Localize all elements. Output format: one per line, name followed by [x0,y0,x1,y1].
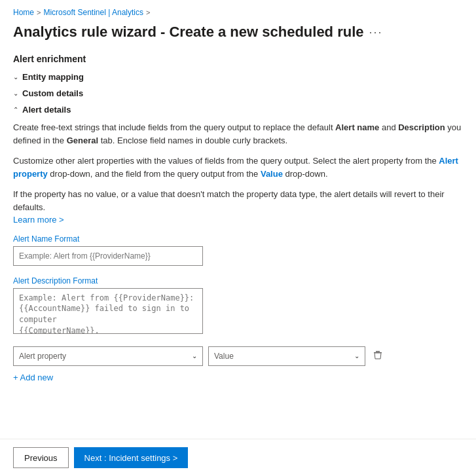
desc1-mid: and [379,122,398,132]
alert-details-desc2: Customize other alert properties with th… [13,155,463,180]
alert-name-input[interactable] [13,246,203,266]
desc1-bold2: Description [398,122,445,132]
custom-details-chevron-icon: ⌄ [13,90,18,97]
desc2-bold2: Value [261,169,283,179]
alert-desc-group: Alert Description Format [13,276,463,336]
add-new-label: + Add new [13,373,53,382]
previous-button[interactable]: Previous [13,447,69,468]
desc2-mid: drop-down, and the field from the query … [48,169,261,179]
alert-details-section: ⌃ Alert details Create free-text strings… [13,105,463,382]
page-title: Analytics rule wizard - Create a new sch… [0,21,476,54]
trash-icon [373,350,382,359]
breadcrumb-sentinel[interactable]: Microsoft Sentinel | Analytics [43,8,143,17]
alert-details-label: Alert details [22,105,71,115]
breadcrumb: Home > Microsoft Sentinel | Analytics > [0,0,476,21]
footer: Previous Next : Incident settings > [0,439,476,476]
alert-property-chevron-icon: ⌄ [192,352,197,359]
add-new-button[interactable]: + Add new [13,373,53,382]
page-title-dots[interactable]: ··· [369,26,383,39]
learn-more-link[interactable]: Learn more > [13,215,64,225]
breadcrumb-sep1: > [37,9,41,16]
entity-mapping-chevron-icon: ⌄ [13,73,18,81]
alert-desc-input[interactable] [13,288,203,334]
page-title-text: Analytics rule wizard - Create a new sch… [13,24,364,41]
alert-details-chevron-icon: ⌃ [13,106,18,113]
desc2-after: drop-down. [283,169,328,179]
desc1-bold1: Alert name [335,122,379,132]
desc2-before: Customize other alert properties with th… [13,156,439,166]
desc1-bold3: General [67,136,98,145]
alert-property-label: Alert property [19,352,66,361]
next-button[interactable]: Next : Incident settings > [74,447,189,468]
custom-details-label: Custom details [22,88,83,98]
value-label: Value [214,352,234,361]
alert-details-collapsible[interactable]: ⌃ Alert details [13,105,463,115]
entity-mapping-collapsible[interactable]: ⌄ Entity mapping [13,72,463,82]
alert-property-dropdown[interactable]: Alert property ⌄ [13,346,203,366]
delete-property-button[interactable] [371,349,385,363]
value-dropdown[interactable]: Value ⌄ [208,346,365,366]
alert-details-desc1: Create free-text strings that include fi… [13,121,463,147]
property-row: Alert property ⌄ Value ⌄ [13,346,463,366]
alert-name-group: Alert Name Format [13,234,463,266]
entity-mapping-label: Entity mapping [22,72,84,82]
section-title: Alert enrichment [13,54,463,64]
alert-desc-label: Alert Description Format [13,276,463,285]
breadcrumb-sep2: > [146,9,150,16]
alert-name-label: Alert Name Format [13,234,463,244]
custom-details-collapsible[interactable]: ⌄ Custom details [13,88,463,98]
desc1-after: tab. Enclose field names in double curly… [98,136,287,145]
desc1-before: Create free-text strings that include fi… [13,122,335,132]
desc3-text: If the property has no value, or a value… [13,189,445,212]
breadcrumb-home[interactable]: Home [13,8,34,17]
content-area: Alert enrichment ⌄ Entity mapping ⌄ Cust… [0,54,476,382]
value-chevron-icon: ⌄ [354,352,359,359]
svg-rect-1 [376,351,380,352]
alert-details-desc3: If the property has no value, or a value… [13,188,463,227]
